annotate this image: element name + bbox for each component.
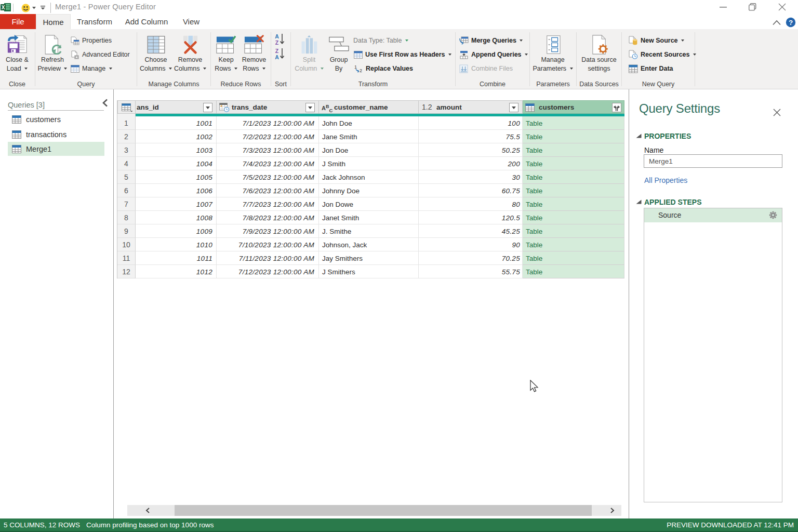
svg-text:2: 2 xyxy=(360,68,362,73)
svg-text:Z: Z xyxy=(275,48,279,54)
svg-text:Z: Z xyxy=(275,39,279,46)
svg-text:X: X xyxy=(2,5,5,10)
svg-text:A: A xyxy=(322,105,326,111)
svg-text:A: A xyxy=(275,54,279,60)
svg-text:C: C xyxy=(329,108,333,113)
svg-text:1: 1 xyxy=(354,64,357,70)
svg-text:?: ? xyxy=(789,19,793,26)
svg-text:A: A xyxy=(275,33,279,39)
